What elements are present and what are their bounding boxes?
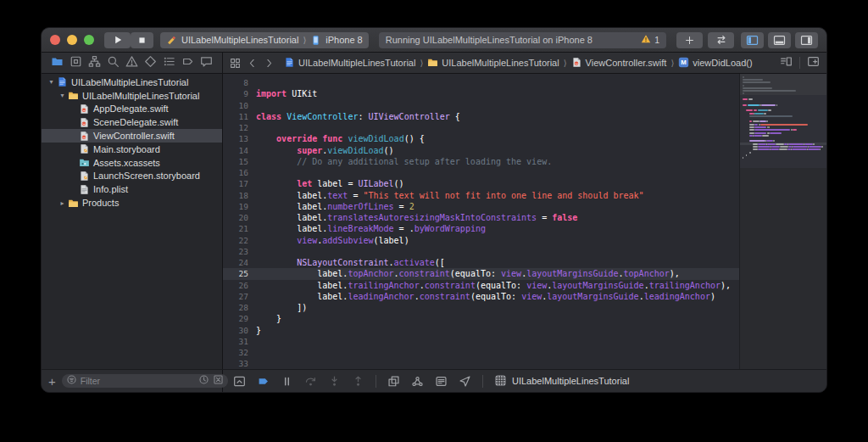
code-line[interactable]: 28 ]) [223, 302, 740, 313]
code-line[interactable]: 12 [223, 122, 740, 133]
debug-area-toggle[interactable] [768, 32, 791, 48]
code-line[interactable]: 21 label.lineBreakMode = .byWordWrapping [223, 223, 740, 234]
line-number[interactable]: 20 [223, 212, 256, 223]
inspector-panel-toggle[interactable] [795, 32, 818, 48]
line-number[interactable]: 28 [223, 302, 256, 313]
code-line[interactable]: 30} [223, 325, 740, 336]
line-number[interactable]: 8 [223, 77, 256, 88]
tree-item-uilabelmultiplelinestutorial[interactable]: ▾UILabelMultipleLinesTutorial [42, 76, 222, 89]
tree-item-main-storyboard[interactable]: Main.storyboard [42, 143, 222, 156]
code-line[interactable]: 16 [223, 167, 740, 178]
code-line[interactable]: 26 label.trailingAnchor.constraint(equal… [223, 280, 740, 291]
tab-find-navigator[interactable] [107, 55, 120, 71]
code-line[interactable]: 9import UIKit [223, 88, 740, 99]
go-forward-button[interactable] [264, 58, 275, 69]
line-number[interactable]: 27 [223, 291, 256, 302]
line-number[interactable]: 18 [223, 190, 256, 201]
code-line[interactable]: 24 NSLayoutConstraint.activate([ [223, 257, 740, 268]
add-editor-icon[interactable] [807, 55, 820, 71]
breakpoints-toggle-button[interactable] [257, 375, 270, 388]
code-line[interactable]: 31 [223, 336, 740, 347]
editor-minimap[interactable] [739, 74, 826, 369]
line-number[interactable]: 33 [223, 358, 256, 369]
simulate-location-button[interactable] [459, 375, 471, 388]
breadcrumb-item[interactable]: UILabelMultipleLinesTutorial [427, 57, 559, 70]
code-line[interactable]: 27 label.leadingAnchor.constraint(equalT… [223, 291, 740, 302]
line-number[interactable]: 19 [223, 201, 256, 212]
pause-execution-button[interactable] [281, 375, 293, 388]
source-control-status-icon[interactable] [213, 373, 224, 389]
disclosure-triangle[interactable]: ▾ [47, 78, 56, 86]
environment-overrides-button[interactable] [435, 375, 448, 388]
hide-debug-area-button[interactable] [233, 375, 246, 388]
breadcrumb-item[interactable]: MviewDidLoad() [678, 57, 752, 70]
line-number[interactable]: 30 [223, 325, 256, 336]
breadcrumb-item[interactable]: UILabelMultipleLinesTutorial [284, 57, 415, 70]
warning-icon[interactable] [641, 34, 651, 46]
code-line[interactable]: 25 label.topAnchor.constraint(equalTo: v… [223, 268, 740, 279]
filter-input[interactable] [81, 376, 195, 386]
line-number[interactable]: 16 [223, 167, 256, 178]
code-line[interactable]: 19 label.numberOfLines = 2 [223, 201, 740, 212]
close-window-button[interactable] [50, 35, 60, 45]
recent-files-icon[interactable] [198, 373, 209, 389]
line-number[interactable]: 26 [223, 280, 256, 291]
scheme-selector[interactable]: UILabelMultipleLinesTutorial ⟩ iPhone 8 [160, 32, 369, 48]
code-line[interactable]: 20 label.translatesAutoresizingMaskIntoC… [223, 212, 740, 223]
navigator-panel-toggle[interactable] [741, 32, 764, 48]
tree-item-info-plist[interactable]: Info.plist [42, 182, 222, 196]
code-line[interactable]: 22 view.addSubview(label) [223, 235, 740, 246]
line-number[interactable]: 17 [223, 178, 256, 189]
tree-item-assets-xcassets[interactable]: Assets.xcassets [42, 156, 222, 170]
activity-viewer[interactable]: Running UILabelMultipleLinesTutorial on … [379, 32, 666, 48]
line-number[interactable]: 9 [223, 88, 256, 99]
code-line[interactable]: 10 [223, 100, 740, 111]
code-line[interactable]: 29 } [223, 313, 740, 324]
code-line[interactable]: 33 [223, 358, 740, 369]
code-line[interactable]: 14 super.viewDidLoad() [223, 145, 740, 156]
line-number[interactable]: 22 [223, 235, 256, 246]
code-line[interactable]: 18 label.text = "This text will not fit … [223, 190, 740, 201]
code-line[interactable]: 8 [223, 77, 740, 88]
tab-debug-navigator[interactable] [163, 55, 175, 71]
tab-project-navigator[interactable] [51, 55, 64, 71]
tab-symbol-navigator[interactable] [88, 55, 101, 71]
line-number[interactable]: 24 [223, 257, 256, 268]
disclosure-triangle[interactable]: ▸ [58, 199, 67, 207]
stop-button[interactable] [131, 32, 153, 48]
breadcrumb-item[interactable]: ViewController.swift [571, 57, 667, 70]
running-app-indicator[interactable]: UILabelMultipleLinesTutorial [494, 374, 629, 389]
line-number[interactable]: 23 [223, 246, 256, 257]
tree-item-viewcontroller-swift[interactable]: ViewController.swift [42, 129, 222, 143]
warning-count[interactable]: 1 [654, 35, 659, 45]
code-line[interactable]: 15 // Do any additional setup after load… [223, 156, 740, 167]
step-over-button[interactable] [304, 375, 317, 388]
code-line[interactable]: 23 [223, 246, 740, 257]
add-file-button[interactable]: + [48, 375, 56, 388]
line-number[interactable]: 29 [223, 313, 256, 324]
tree-item-appdelegate-swift[interactable]: AppDelegate.swift [42, 103, 222, 116]
code-review-button[interactable] [708, 32, 734, 48]
tree-item-scenedelegate-swift[interactable]: SceneDelegate.swift [42, 115, 222, 129]
tree-item-uilabelmultiplelinestutorial[interactable]: ▾UILabelMultipleLinesTutorial [42, 89, 222, 103]
tab-breakpoint-navigator[interactable] [181, 55, 194, 71]
minimize-window-button[interactable] [67, 35, 77, 45]
filter-field[interactable] [62, 374, 228, 388]
tab-source-control-navigator[interactable] [70, 55, 82, 71]
run-button[interactable] [104, 32, 131, 48]
code-line[interactable]: 17 let label = UILabel() [223, 178, 740, 189]
line-number[interactable]: 12 [223, 122, 256, 133]
tree-item-launchscreen-storyboard[interactable]: LaunchScreen.storyboard [42, 170, 222, 183]
line-number[interactable]: 11 [223, 111, 256, 122]
line-number[interactable]: 15 [223, 156, 256, 167]
line-number[interactable]: 10 [223, 100, 256, 111]
tree-item-products[interactable]: ▸Products [42, 196, 222, 210]
line-number[interactable]: 21 [223, 223, 256, 234]
line-number[interactable]: 13 [223, 133, 256, 144]
code-line[interactable]: 11class ViewController: UIViewController… [223, 111, 740, 122]
line-number[interactable]: 32 [223, 347, 256, 358]
line-number[interactable]: 14 [223, 145, 256, 156]
zoom-window-button[interactable] [84, 35, 94, 45]
code-line[interactable]: 32 [223, 347, 740, 358]
tab-test-navigator[interactable] [144, 55, 157, 71]
